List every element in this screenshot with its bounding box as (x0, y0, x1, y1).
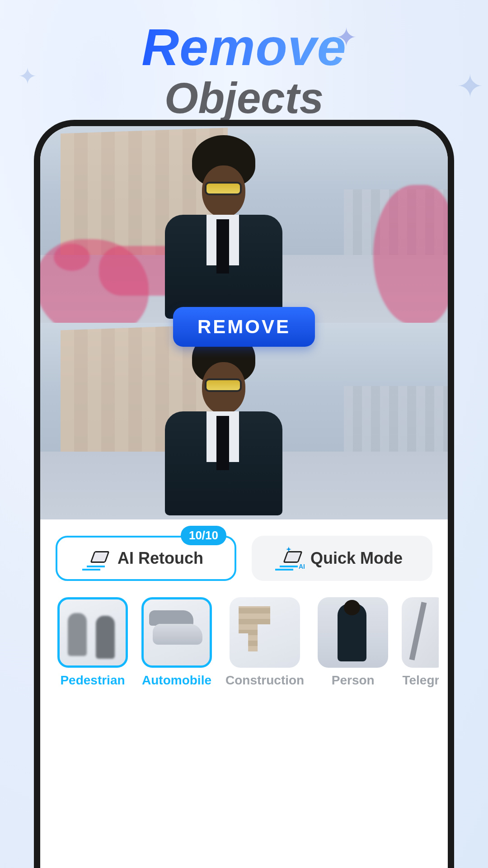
construction-thumbnail-icon (230, 597, 300, 668)
quick-mode-button[interactable]: ✦AI Quick Mode (252, 536, 432, 581)
category-construction[interactable]: Construction (225, 597, 304, 688)
title-main: Remove (141, 17, 346, 77)
selection-mask-icon (54, 244, 90, 271)
before-after-preview: REMOVE (40, 126, 448, 519)
category-label: Pedestrian (60, 673, 125, 688)
category-label: Construction (225, 673, 304, 688)
eraser-icon (89, 550, 108, 566)
mode-selector: 10/10 AI Retouch ✦AI Quick Mode (49, 536, 439, 581)
controls-panel: 10/10 AI Retouch ✦AI Quick Mode Pedestri… (40, 519, 448, 688)
ai-eraser-icon: ✦AI (282, 550, 301, 566)
promo-title: Remove Objects (0, 0, 488, 123)
category-automobile[interactable]: Automobile (141, 597, 212, 688)
category-label: Person (332, 673, 375, 688)
person-thumbnail-icon (318, 597, 388, 668)
pedestrian-thumbnail-icon (57, 597, 128, 668)
ai-retouch-mode-button[interactable]: 10/10 AI Retouch (56, 536, 236, 581)
remove-button-label: REMOVE (197, 316, 291, 337)
sparkle-decoration-icon: ✦ (336, 23, 357, 52)
category-label: Telegra (402, 673, 439, 688)
remove-button[interactable]: REMOVE (173, 307, 315, 347)
category-telegraph[interactable]: Telegra (402, 597, 439, 688)
phone-frame: REMOVE 10/10 AI Retouch ✦AI Quick Mode P… (34, 120, 454, 868)
preview-image-after[interactable] (40, 323, 448, 519)
automobile-thumbnail-icon (141, 597, 212, 668)
telegraph-thumbnail-icon (402, 597, 439, 668)
quick-mode-label: Quick Mode (310, 549, 403, 568)
sparkle-decoration-icon: ✦ (18, 63, 37, 90)
category-pedestrian[interactable]: Pedestrian (57, 597, 128, 688)
ai-retouch-label: AI Retouch (117, 549, 203, 568)
title-sub: Objects (0, 73, 488, 123)
sparkle-decoration-icon: ✦ (457, 68, 483, 105)
category-row[interactable]: Pedestrian Automobile Construction Perso… (49, 581, 439, 688)
category-person[interactable]: Person (318, 597, 388, 688)
category-label: Automobile (142, 673, 211, 688)
selection-mask-icon (373, 185, 448, 323)
preview-image-before[interactable] (40, 126, 448, 323)
ai-retouch-badge: 10/10 (181, 526, 226, 545)
